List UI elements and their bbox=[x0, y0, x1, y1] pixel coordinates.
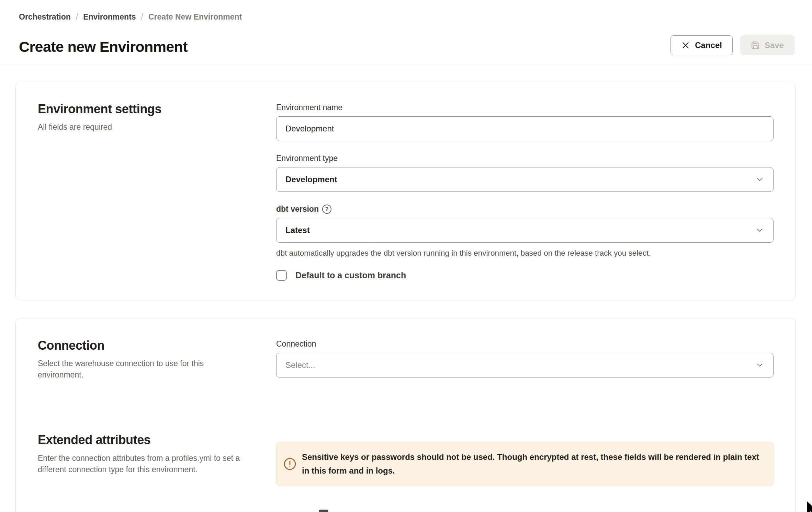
extended-attributes-subtitle: Enter the connection attributes from a p… bbox=[38, 453, 247, 475]
dbt-version-value: Latest bbox=[285, 225, 310, 235]
warning-text: Sensitive keys or passwords should not b… bbox=[302, 450, 763, 478]
page-header: Orchestration / Environments / Create Ne… bbox=[0, 0, 812, 65]
breadcrumb-environments[interactable]: Environments bbox=[83, 12, 136, 22]
cancel-button[interactable]: Cancel bbox=[670, 35, 733, 55]
dbt-version-select[interactable]: Latest bbox=[276, 218, 774, 243]
help-icon[interactable]: ? bbox=[322, 205, 331, 214]
chevron-down-icon bbox=[755, 175, 764, 184]
breadcrumb-separator: / bbox=[76, 12, 78, 22]
connection-placeholder: Select... bbox=[285, 360, 315, 370]
environment-settings-subtitle: All fields are required bbox=[38, 121, 247, 133]
cancel-button-label: Cancel bbox=[695, 40, 722, 50]
environment-settings-card: Environment settings All fields are requ… bbox=[15, 82, 796, 300]
mouse-cursor bbox=[805, 500, 812, 512]
environment-type-select[interactable]: Development bbox=[276, 167, 774, 192]
header-actions: Cancel Save bbox=[670, 35, 794, 55]
save-icon bbox=[751, 41, 760, 50]
connection-subtitle: Select the warehouse connection to use f… bbox=[38, 358, 247, 381]
custom-branch-checkbox[interactable] bbox=[276, 270, 287, 281]
connection-label: Connection bbox=[276, 338, 774, 350]
breadcrumb-orchestration[interactable]: Orchestration bbox=[19, 12, 71, 22]
save-button-label: Save bbox=[765, 40, 784, 50]
environment-name-input[interactable] bbox=[276, 116, 774, 141]
breadcrumb-current: Create New Environment bbox=[148, 12, 242, 22]
connection-select[interactable]: Select... bbox=[276, 353, 774, 377]
environment-type-label: Environment type bbox=[276, 153, 774, 164]
environment-name-label: Environment name bbox=[276, 102, 774, 113]
breadcrumb: Orchestration / Environments / Create Ne… bbox=[19, 12, 794, 22]
partially-visible-element bbox=[319, 510, 328, 512]
extended-attributes-title: Extended attributes bbox=[38, 433, 262, 447]
environment-settings-title: Environment settings bbox=[38, 102, 262, 116]
custom-branch-label: Default to a custom branch bbox=[295, 270, 406, 280]
save-button[interactable]: Save bbox=[740, 35, 794, 55]
connection-title: Connection bbox=[38, 338, 262, 352]
sensitive-keys-warning-banner: Sensitive keys or passwords should not b… bbox=[276, 442, 774, 486]
dbt-version-helper: dbt automatically upgrades the dbt versi… bbox=[276, 248, 774, 258]
close-icon bbox=[681, 41, 690, 50]
connection-card: Connection Select the warehouse connecti… bbox=[15, 318, 796, 512]
chevron-down-icon bbox=[755, 361, 764, 370]
breadcrumb-separator: / bbox=[141, 12, 143, 22]
chevron-down-icon bbox=[755, 226, 764, 235]
environment-type-value: Development bbox=[285, 175, 337, 184]
warning-icon bbox=[283, 457, 296, 470]
dbt-version-label: dbt version bbox=[276, 203, 319, 215]
